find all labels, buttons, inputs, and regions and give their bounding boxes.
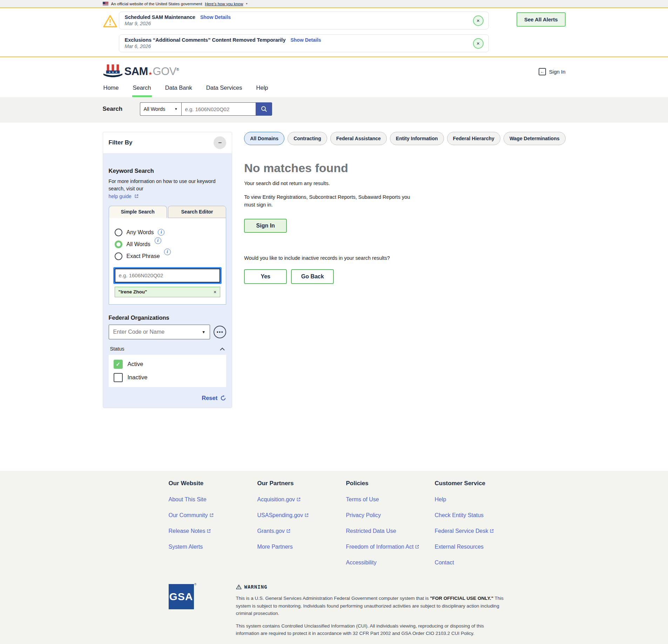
status-option-inactive[interactable]: Inactive xyxy=(114,373,222,382)
radio-all-words[interactable] xyxy=(115,240,122,248)
footer-link-accessibility[interactable]: Accessibility xyxy=(346,560,377,565)
footer-link-foia[interactable]: Freedom of Information Act xyxy=(346,544,414,550)
domain-tab-federal-hierarchy[interactable]: Federal Hierarchy xyxy=(447,132,500,145)
svg-text:★: ★ xyxy=(112,71,114,73)
registered-mark: ® xyxy=(176,68,179,72)
radio-exact-phrase[interactable] xyxy=(115,252,122,260)
status-options: ✓ Active Inactive xyxy=(109,355,227,387)
gov-banner-text: An official website of the United States… xyxy=(111,2,202,6)
sign-in-link[interactable]: ← Sign In xyxy=(539,68,566,75)
external-link-icon xyxy=(415,544,419,550)
nav-item-data-services[interactable]: Data Services xyxy=(205,82,243,97)
status-option-active[interactable]: ✓ Active xyxy=(114,360,222,369)
alert-title: Scheduled SAM Maintenance xyxy=(125,14,195,20)
go-back-button[interactable]: Go Back xyxy=(291,269,334,284)
alert-show-details-link[interactable]: Show Details xyxy=(290,37,321,43)
main-content: Filter By − Keyword Search For more info… xyxy=(0,123,668,471)
search-input[interactable] xyxy=(181,102,256,116)
footer-link-external-resources[interactable]: External Resources xyxy=(435,544,484,550)
reset-label: Reset xyxy=(202,395,217,401)
checkbox-checked-icon[interactable]: ✓ xyxy=(114,360,123,369)
nav-item-data-bank[interactable]: Data Bank xyxy=(164,82,193,97)
radio-label[interactable]: Any Words xyxy=(127,229,154,236)
nav-item-help[interactable]: Help xyxy=(256,82,269,97)
footer-link-check-entity-status[interactable]: Check Entity Status xyxy=(435,512,484,518)
close-icon[interactable]: × xyxy=(473,38,484,49)
warning-triangle-icon xyxy=(103,12,119,52)
external-link-icon xyxy=(490,528,494,534)
warning-triangle-icon xyxy=(236,584,242,589)
keyword-input[interactable] xyxy=(115,269,221,283)
yes-button[interactable]: Yes xyxy=(244,269,287,284)
federal-organizations-select[interactable]: Enter Code or Name ▼ xyxy=(109,325,210,339)
samgov-logo[interactable]: ★ ★ ★ SAM ★ GOV ® xyxy=(103,63,179,80)
footer-link-system-alerts[interactable]: System Alerts xyxy=(169,544,203,550)
footer-link-contact[interactable]: Contact xyxy=(435,560,454,565)
alert-show-details-link[interactable]: Show Details xyxy=(200,14,231,20)
alert-card: Exclusions “Additional Comments” Content… xyxy=(119,34,489,52)
footer-link-privacy-policy[interactable]: Privacy Policy xyxy=(346,512,381,518)
inactive-records-question: Would you like to include inactive recor… xyxy=(244,255,565,261)
org-more-options-button[interactable]: ●●● xyxy=(214,326,226,338)
alert-card: Scheduled SAM Maintenance Show Details M… xyxy=(119,12,489,29)
search-label: Search xyxy=(103,106,140,113)
nav-item-search[interactable]: Search xyxy=(132,82,152,97)
footer-link-grants-gov[interactable]: Grants.gov xyxy=(257,528,285,534)
external-link-icon xyxy=(304,512,309,518)
domain-tab-entity-information[interactable]: Entity Information xyxy=(390,132,444,145)
simple-search-panel: Any Words i All Words i Exact Phrase i xyxy=(109,218,227,305)
footer-link-more-partners[interactable]: More Partners xyxy=(257,544,293,550)
tab-simple-search[interactable]: Simple Search xyxy=(109,206,167,218)
info-icon[interactable]: i xyxy=(164,249,171,255)
sign-in-label: Sign In xyxy=(549,69,566,75)
chevron-up-icon[interactable] xyxy=(220,346,225,352)
close-icon[interactable]: × xyxy=(473,15,484,26)
footer-link-about-this-site[interactable]: About This Site xyxy=(169,496,207,502)
domain-tab-federal-assistance[interactable]: Federal Assistance xyxy=(330,132,387,145)
footer-link-our-community[interactable]: Our Community xyxy=(169,512,208,518)
tab-search-editor[interactable]: Search Editor xyxy=(168,206,226,218)
footer-link-acquisition-gov[interactable]: Acquisition.gov xyxy=(257,496,295,502)
radio-label[interactable]: Exact Phrase xyxy=(127,253,160,259)
radio-label[interactable]: All Words xyxy=(127,241,150,248)
info-icon[interactable]: i xyxy=(155,237,161,244)
no-results-message: Your search did not return any results. xyxy=(244,181,565,186)
svg-text:★: ★ xyxy=(115,71,117,73)
nav-item-home[interactable]: Home xyxy=(103,82,120,97)
external-link-icon xyxy=(209,512,214,518)
external-link-icon xyxy=(296,496,301,503)
footer-link-help[interactable]: Help xyxy=(435,496,446,502)
footer-link-federal-service-desk[interactable]: Federal Service Desk xyxy=(435,528,488,534)
footer-link-release-notes[interactable]: Release Notes xyxy=(169,528,205,534)
search-button[interactable] xyxy=(256,102,272,116)
info-icon[interactable]: i xyxy=(158,229,164,236)
search-mode-select[interactable]: All Words ▼ xyxy=(140,102,181,116)
main-nav: Home Search Data Bank Data Services Help xyxy=(0,82,668,97)
uncle-sam-hat-icon: ★ ★ ★ xyxy=(103,63,123,80)
external-link-icon xyxy=(207,528,211,534)
see-all-alerts-button[interactable]: See All Alerts xyxy=(517,12,566,27)
footer-link-terms-of-use[interactable]: Terms of Use xyxy=(346,496,379,502)
refresh-icon xyxy=(220,395,226,401)
checkbox-label: Inactive xyxy=(128,374,148,381)
collapse-filters-button[interactable]: − xyxy=(214,136,226,149)
help-guide-link[interactable]: help guide xyxy=(109,194,131,199)
checkbox-unchecked-icon[interactable] xyxy=(114,373,123,382)
footer-link-usaspending-gov[interactable]: USASpending.gov xyxy=(257,512,303,518)
warning-title: WARNING xyxy=(244,584,268,590)
footer-heading-our-partners: Our Partners xyxy=(257,480,346,487)
domain-tab-all-domains[interactable]: All Domains xyxy=(244,132,284,145)
registered-mark: ® xyxy=(194,583,197,586)
warning-paragraph-1: This is a U.S. General Services Administ… xyxy=(236,595,506,617)
remove-chip-icon[interactable]: × xyxy=(214,289,216,295)
us-flag-icon xyxy=(103,2,108,6)
domain-tab-contracting[interactable]: Contracting xyxy=(288,132,327,145)
sign-in-button[interactable]: Sign In xyxy=(244,219,287,233)
domain-tab-wage-determinations[interactable]: Wage Determinations xyxy=(504,132,566,145)
radio-any-words[interactable] xyxy=(115,229,122,236)
reset-filters[interactable]: Reset xyxy=(109,395,227,401)
how-you-know-link[interactable]: Here’s how you know xyxy=(205,2,243,6)
footer-link-restricted-data-use[interactable]: Restricted Data Use xyxy=(346,528,396,534)
logo-gov-text: GOV xyxy=(153,65,176,78)
svg-text:★: ★ xyxy=(108,71,110,73)
